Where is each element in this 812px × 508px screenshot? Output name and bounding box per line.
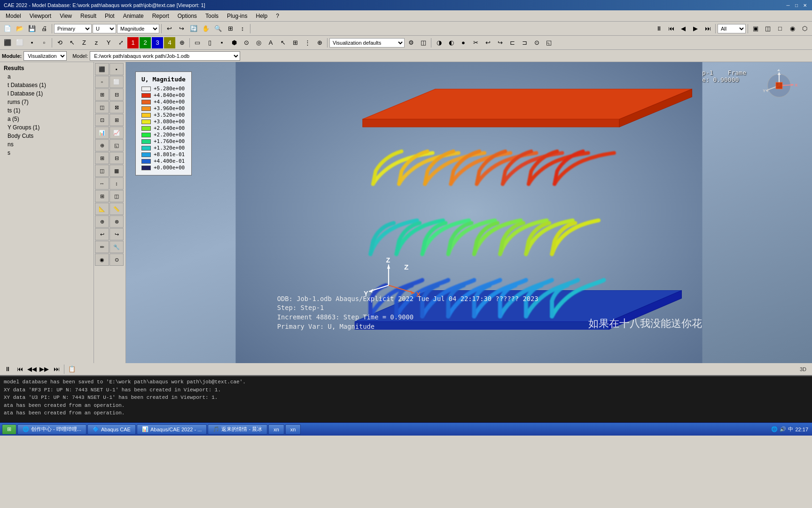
tray-volume-icon[interactable]: 🔊 [780, 426, 786, 432]
tb2-19[interactable]: ⬢ [228, 37, 240, 48]
tb2-10[interactable]: ⤢ [115, 37, 126, 48]
tb2-3[interactable]: ▪ [26, 37, 38, 48]
tool-l1[interactable]: 📐 [95, 203, 109, 215]
tool-p2[interactable]: ⊙ [109, 254, 124, 266]
taskbar-xn2[interactable]: xn [285, 424, 301, 435]
tb2-30[interactable]: ◐ [445, 37, 457, 48]
tool-m4[interactable]: ⊗ [109, 215, 124, 228]
tool-cube3[interactable]: ▫ [95, 76, 109, 88]
sidebar-ldatabase[interactable]: l Database (1) [0, 89, 94, 98]
tb2-7[interactable]: Z [78, 37, 90, 48]
window-controls[interactable]: ─ □ ✕ [785, 2, 808, 8]
tb2-5[interactable]: ⟲ [54, 37, 65, 48]
menu-plugins[interactable]: Plug-ins [223, 12, 251, 20]
save-btn[interactable]: 💾 [26, 23, 38, 34]
tb2-28[interactable]: ◫ [418, 37, 429, 48]
sidebar-forums[interactable]: rums (7) [0, 98, 94, 106]
console[interactable]: model database has been saved to 'E:\wor… [0, 375, 812, 422]
all-select[interactable]: All [718, 24, 746, 33]
vis5-btn[interactable]: ⬡ [799, 23, 810, 34]
tb2-27[interactable]: ⚙ [406, 37, 417, 48]
tb2-31[interactable]: ● [458, 37, 469, 48]
close-button[interactable]: ✕ [802, 2, 808, 8]
tb2-25[interactable]: ⋮ [302, 37, 313, 48]
menu-plot[interactable]: Plot [101, 12, 118, 20]
module-select[interactable]: Visualization [23, 51, 67, 61]
tool-cube4[interactable]: ⬜ [109, 76, 124, 88]
tb2-20[interactable]: ⊙ [241, 37, 252, 48]
rotate-btn[interactable]: 🔄 [188, 23, 199, 34]
tool-k2[interactable]: ◫ [109, 190, 124, 202]
tool-cube2[interactable]: ▪ [109, 63, 124, 75]
tool-o1[interactable]: ✏ [95, 241, 109, 253]
menu-model[interactable]: Model [2, 12, 25, 20]
tb2-23[interactable]: ↖ [277, 37, 289, 48]
taskbar-abaqus2022[interactable]: 📊 Abaqus/CAE 2022 - ... [137, 424, 207, 435]
tb2-17[interactable]: ▯ [204, 37, 215, 48]
tb2-34[interactable]: ↪ [494, 37, 506, 48]
tool-o2[interactable]: 🔧 [109, 241, 124, 253]
tool-cube1[interactable]: ⬛ [95, 63, 109, 75]
pb-copy[interactable]: 📋 [66, 364, 78, 375]
tb2-8[interactable]: z [91, 37, 102, 48]
arrows-btn[interactable]: ↕ [237, 23, 248, 34]
tb2-4[interactable]: ▫ [39, 37, 50, 48]
open-btn[interactable]: 📂 [14, 23, 25, 34]
sidebar-s[interactable]: s [0, 149, 94, 157]
undo-btn[interactable]: ↩ [164, 23, 175, 34]
menu-result[interactable]: Result [77, 12, 100, 20]
tool-n2[interactable]: ↪ [109, 228, 124, 240]
tb2-36[interactable]: ⊐ [519, 37, 530, 48]
tool-l2[interactable]: 📏 [109, 203, 124, 215]
menu-tools[interactable]: Tools [202, 12, 222, 20]
sidebar-a[interactable]: a [0, 72, 94, 81]
tb2-26[interactable]: ⊕ [314, 37, 325, 48]
menu-question[interactable]: ? [272, 12, 283, 20]
tb2-33[interactable]: ↩ [482, 37, 493, 48]
prev-btn[interactable]: ◀ [678, 23, 689, 34]
tray-network-icon[interactable]: 🌐 [771, 426, 778, 432]
taskbar-abaqus-cae[interactable]: 🔷 Abaqus CAE [87, 424, 136, 435]
tb2-32[interactable]: ✂ [470, 37, 481, 48]
sidebar-ns[interactable]: ns [0, 140, 94, 149]
pause-btn[interactable]: ⏸ [653, 23, 664, 34]
tool-h1[interactable]: ⊞ [95, 152, 109, 164]
tb2-16[interactable]: ▭ [192, 37, 203, 48]
vis2-btn[interactable]: ◫ [762, 23, 773, 34]
menu-report[interactable]: Report [148, 12, 173, 20]
taskbar-xn1[interactable]: xn [268, 424, 284, 435]
sidebar-databases[interactable]: t Databases (1) [0, 81, 94, 89]
menu-viewport[interactable]: Viewport [26, 12, 55, 20]
sidebar-ts[interactable]: ts (1) [0, 106, 94, 115]
tool-i2[interactable]: ▦ [109, 165, 124, 177]
tb2-24[interactable]: ⊞ [289, 37, 301, 48]
menu-animate[interactable]: Animate [119, 12, 148, 20]
pb-pause[interactable]: ⏸ [2, 364, 13, 375]
sidebar-bodycuts[interactable]: Body Cuts [0, 132, 94, 140]
last-btn[interactable]: ⏭ [702, 23, 713, 34]
first-btn[interactable]: ⏮ [665, 23, 677, 34]
tool-p1[interactable]: ◉ [95, 254, 109, 266]
tb2-35[interactable]: ⊏ [507, 37, 518, 48]
pb-last[interactable]: ⏭ [51, 364, 62, 375]
tool-j2[interactable]: ↕ [109, 177, 124, 190]
tool-g4[interactable]: ◱ [109, 139, 124, 151]
vis-defaults[interactable]: Visualization defaults [329, 38, 405, 48]
u-select[interactable]: U [93, 24, 116, 33]
primary-select[interactable]: Primary [54, 24, 92, 33]
tool-i1[interactable]: ◫ [95, 165, 109, 177]
minimize-button[interactable]: ─ [785, 2, 791, 8]
tb2-13[interactable]: 3 [152, 37, 163, 48]
vis-btn[interactable]: ▣ [750, 23, 761, 34]
tool-n1[interactable]: ↩ [95, 228, 109, 240]
print-btn[interactable]: 🖨 [39, 23, 50, 34]
tool-g2[interactable]: 📈 [109, 127, 124, 139]
tool-m1[interactable]: ◫ [95, 101, 109, 113]
vis4-btn[interactable]: ◉ [787, 23, 798, 34]
tb2-15[interactable]: ⊕ [176, 37, 187, 48]
menu-help[interactable]: Help [252, 12, 271, 20]
tb2-12[interactable]: 2 [140, 37, 151, 48]
tool-mesh2[interactable]: ⊟ [109, 88, 124, 101]
pb-next[interactable]: ▶▶ [39, 364, 50, 375]
tb2-22[interactable]: A [265, 37, 276, 48]
